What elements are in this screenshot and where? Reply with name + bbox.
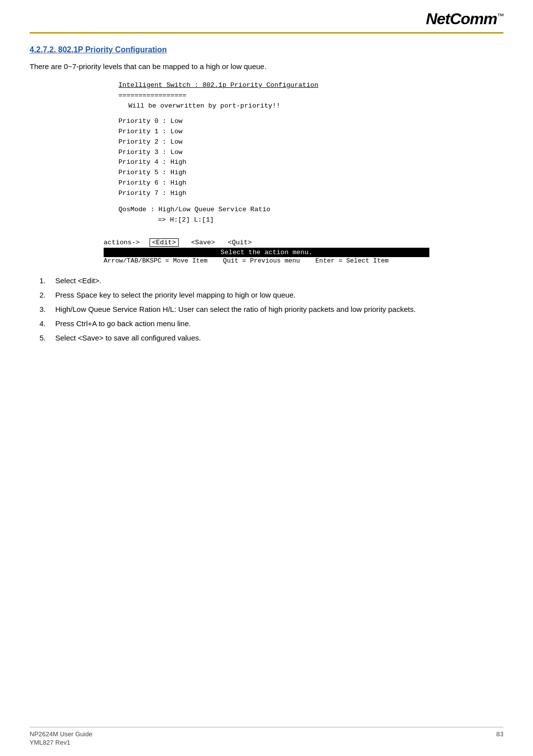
priority-row-7: Priority 7 : High [118,189,415,199]
step-2: 2. Press Space key to select the priorit… [39,291,503,299]
terminal-separator: ================= [118,91,415,101]
step-1-text: Select <Edit>. [55,276,503,285]
priority-row-2: Priority 2 : Low [118,137,415,148]
logo-text: NetComm™ [426,10,503,28]
step-5: 5. Select <Save> to save all configured … [39,334,503,342]
step-3-text: High/Low Queue Service Ration H/L: User … [55,305,503,313]
nav-hint-row: Arrow/TAB/BKSPC = Move Item Quit = Previ… [104,257,429,265]
action-menu-row: actions-> <Edit> <Save> <Quit> [104,237,429,248]
step-5-number: 5. [39,334,51,342]
save-menu-item[interactable]: <Save> [179,239,228,246]
steps-list: 1. Select <Edit>. 2. Press Space key to … [30,276,503,342]
logo: NetComm™ [426,10,503,28]
quit-menu-item[interactable]: <Quit> [228,239,258,246]
step-2-number: 2. [39,291,51,299]
header: NetComm™ [30,10,503,34]
footer-line1: NP2624M User Guide [30,730,92,738]
logo-tm: ™ [497,12,503,20]
priority-row-1: Priority 1 : Low [118,127,415,137]
intro-paragraph: There are 0~7-priority levels that can b… [30,62,503,71]
select-action-hint: Select the action menu. [104,248,429,257]
action-bar-container: actions-> <Edit> <Save> <Quit> Select th… [104,237,429,265]
terminal-priorities: Priority 0 : Low Priority 1 : Low Priori… [118,116,415,199]
footer-line2: YML827 Rev1 [30,739,92,746]
step-1: 1. Select <Edit>. [39,276,503,285]
step-3-number: 3. [39,305,51,313]
footer: NP2624M User Guide YML827 Rev1 83 [30,727,503,746]
terminal-title: Intelligent Switch : 802.1p Priority Con… [118,80,415,91]
step-4-text: Press Ctrl+A to go back action menu line… [55,319,503,328]
footer-page: 83 [496,730,503,746]
section-heading: 4.2.7.2. 802.1P Priority Configuration [30,45,503,54]
qosmode-label: QosMode : High/Low Queue Service Ratio [118,205,415,215]
edit-menu-item[interactable]: <Edit> [150,238,179,247]
qosmode-value: => H:[2] L:[1] [118,215,415,226]
step-5-text: Select <Save> to save all configured val… [55,334,503,342]
step-1-number: 1. [39,276,51,285]
step-3: 3. High/Low Queue Service Ration H/L: Us… [39,305,503,313]
priority-row-0: Priority 0 : Low [118,116,415,127]
priority-row-4: Priority 4 : High [118,157,415,168]
priority-row-6: Priority 6 : High [118,178,415,189]
terminal-block: Intelligent Switch : 802.1p Priority Con… [118,80,415,226]
terminal-warning: Will be overwritten by port-priority!! [118,101,415,112]
actions-label: actions-> [104,239,140,246]
step-4-number: 4. [39,319,51,328]
footer-left: NP2624M User Guide YML827 Rev1 [30,730,92,746]
priority-row-5: Priority 5 : High [118,168,415,178]
step-4: 4. Press Ctrl+A to go back action menu l… [39,319,503,328]
page-container: NetComm™ 4.2.7.2. 802.1P Priority Config… [0,0,533,756]
step-2-text: Press Space key to select the priority l… [55,291,503,299]
priority-row-3: Priority 3 : Low [118,148,415,158]
